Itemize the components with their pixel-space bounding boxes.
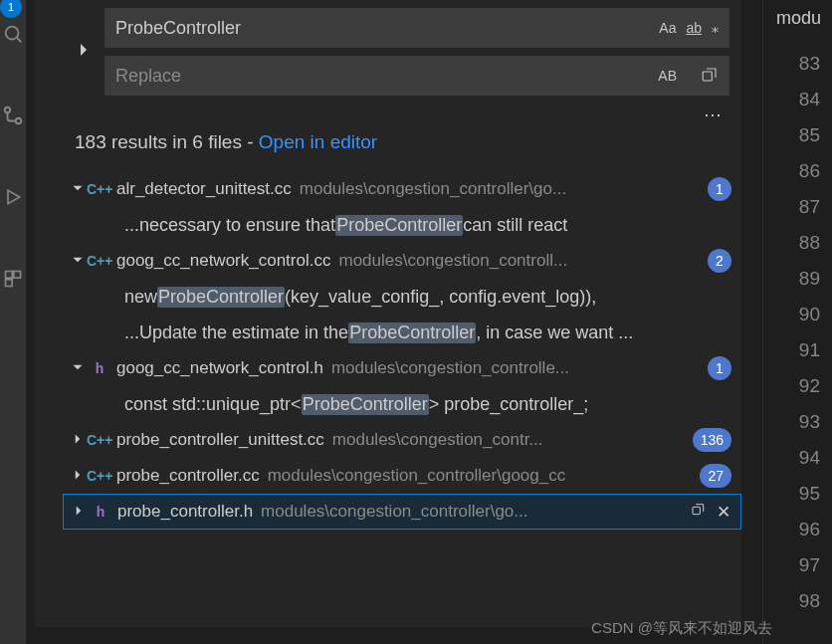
- chevron-icon[interactable]: [69, 468, 87, 484]
- file-path: modules\congestion_controller\goog_cc: [268, 466, 695, 486]
- match-case-icon[interactable]: Aa: [659, 20, 676, 36]
- file-name: probe_controller.cc: [116, 466, 260, 486]
- chevron-icon[interactable]: [69, 360, 87, 376]
- regex-icon[interactable]: ⁎: [712, 20, 719, 36]
- file-name: alr_detector_unittest.cc: [116, 179, 292, 199]
- file-row[interactable]: C++goog_cc_network_control.ccmodules\con…: [63, 243, 741, 279]
- line-number: 84: [799, 82, 820, 117]
- search-icon[interactable]: [1, 22, 25, 46]
- replace-file-icon[interactable]: [691, 502, 707, 523]
- line-number: 88: [799, 225, 820, 261]
- editor-strip: [762, 0, 832, 644]
- match-count-badge: 2: [708, 249, 731, 273]
- svg-point-2: [5, 107, 11, 113]
- match-highlight: ProbeController: [335, 215, 463, 236]
- line-number: 83: [799, 46, 820, 82]
- file-name: goog_cc_network_control.h: [116, 358, 323, 378]
- match-count-badge: 136: [693, 428, 731, 452]
- extensions-icon[interactable]: [1, 267, 25, 291]
- svg-rect-9: [693, 507, 700, 514]
- filetype-icon: C++: [87, 468, 112, 484]
- line-number: 96: [799, 512, 820, 547]
- results-tree: C++alr_detector_unittest.ccmodules\conge…: [63, 171, 741, 530]
- file-row[interactable]: C++probe_controller.ccmodules\congestion…: [63, 458, 741, 494]
- svg-point-3: [16, 118, 22, 124]
- file-row[interactable]: hprobe_controller.hmodules\congestion_co…: [63, 494, 741, 530]
- file-path: modules\congestion_controll...: [338, 251, 702, 271]
- line-number: 85: [799, 117, 820, 153]
- filetype-icon: C++: [87, 253, 112, 269]
- file-name: probe_controller_unittest.cc: [116, 430, 324, 450]
- line-number: 95: [799, 476, 820, 512]
- open-in-editor-link[interactable]: Open in editor: [259, 131, 377, 152]
- svg-marker-4: [8, 190, 20, 203]
- file-row[interactable]: hgoog_cc_network_control.hmodules\conges…: [63, 350, 741, 386]
- svg-line-1: [17, 38, 22, 43]
- preserve-case-icon[interactable]: AB: [658, 68, 677, 84]
- line-number: 86: [799, 153, 820, 189]
- file-path: modules\congestion_controlle...: [331, 358, 702, 378]
- line-number: 97: [799, 547, 820, 583]
- line-number: 91: [799, 332, 820, 368]
- svg-rect-5: [6, 272, 13, 279]
- line-number: 98: [799, 583, 820, 619]
- filetype-icon: h: [88, 504, 113, 520]
- whole-word-icon[interactable]: ab: [686, 20, 702, 36]
- chevron-icon[interactable]: [70, 504, 88, 520]
- search-input-row: Aa ab ⁎: [104, 8, 729, 48]
- activity-bar: 1: [0, 0, 26, 644]
- file-path: modules\congestion_controller\go...: [300, 179, 702, 199]
- svg-rect-6: [14, 272, 21, 279]
- match-count-badge: 1: [708, 356, 731, 380]
- file-path: modules\congestion_controller\go...: [261, 502, 683, 522]
- more-options-icon[interactable]: ⋯: [35, 104, 741, 125]
- line-number: 90: [799, 297, 820, 332]
- activity-badge: 1: [0, 0, 22, 18]
- match-row[interactable]: ...necessary to ensure that ProbeControl…: [63, 207, 741, 243]
- search-input[interactable]: [115, 18, 659, 39]
- dismiss-icon[interactable]: ✕: [717, 502, 730, 523]
- svg-point-0: [6, 27, 19, 40]
- match-count-badge: 1: [708, 177, 731, 201]
- line-number: 94: [799, 440, 820, 476]
- match-row[interactable]: new ProbeController(key_value_config_, c…: [63, 279, 741, 315]
- search-panel: Aa ab ⁎ AB ⋯ 183 results in 6 files - Op…: [35, 0, 741, 627]
- file-row[interactable]: C++probe_controller_unittest.ccmodules\c…: [63, 422, 741, 458]
- file-name: probe_controller.h: [117, 502, 253, 522]
- line-number: 89: [799, 261, 820, 297]
- line-number: 93: [799, 404, 820, 440]
- match-row[interactable]: ...Update the estimate in the ProbeContr…: [63, 315, 741, 350]
- match-highlight: ProbeController: [348, 322, 476, 343]
- match-highlight: ProbeController: [302, 394, 429, 415]
- chevron-icon[interactable]: [69, 432, 87, 448]
- line-numbers: 83848586878889909192939495969798: [799, 46, 820, 619]
- filetype-icon: C++: [87, 432, 112, 448]
- file-row[interactable]: C++alr_detector_unittest.ccmodules\conge…: [63, 171, 741, 207]
- file-name: goog_cc_network_control.cc: [116, 251, 330, 271]
- line-number: 87: [799, 189, 820, 225]
- svg-rect-8: [703, 72, 712, 81]
- match-highlight: ProbeController: [157, 287, 285, 308]
- file-path: modules\congestion_contr...: [332, 430, 687, 450]
- toggle-replace-icon[interactable]: [77, 42, 93, 63]
- match-count-badge: 27: [700, 464, 731, 488]
- results-summary: 183 results in 6 files - Open in editor: [75, 131, 741, 153]
- svg-rect-7: [6, 280, 13, 287]
- filetype-icon: h: [87, 360, 112, 376]
- filetype-icon: C++: [87, 181, 112, 197]
- watermark: CSDN @等风来不如迎风去: [591, 619, 772, 638]
- match-row[interactable]: const std::unique_ptr<ProbeController> p…: [63, 386, 741, 422]
- editor-tab-label[interactable]: modu: [776, 8, 821, 29]
- source-control-icon[interactable]: [1, 104, 25, 127]
- chevron-icon[interactable]: [69, 181, 87, 197]
- run-icon[interactable]: [1, 185, 25, 209]
- chevron-icon[interactable]: [69, 253, 87, 269]
- replace-input[interactable]: [115, 66, 658, 87]
- replace-input-row: AB: [104, 56, 729, 96]
- replace-all-icon[interactable]: [701, 66, 719, 87]
- line-number: 92: [799, 368, 820, 404]
